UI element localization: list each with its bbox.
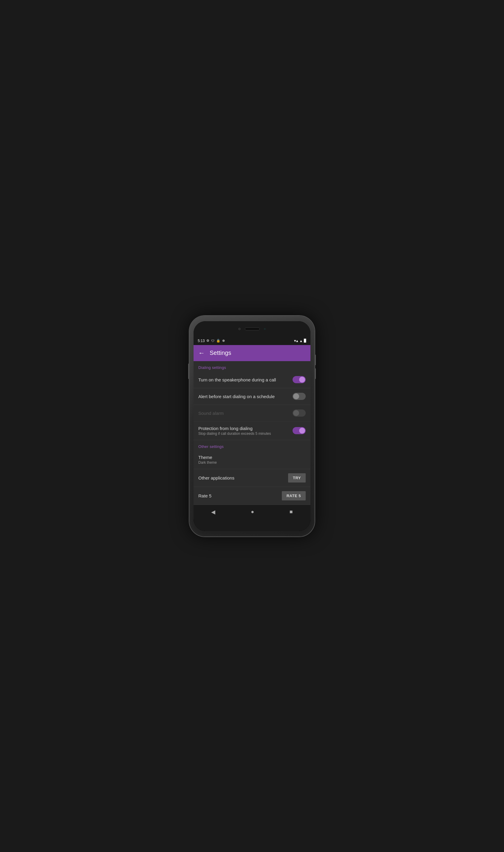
sound-alarm-toggle xyxy=(292,410,306,417)
phone-screen: 5:13 ⚙ 🛡 🔒 ⊕ ▾▴ ▲ ▉ ← Settings Dialing s… xyxy=(194,321,310,531)
other-apps-row: Other applications TRY xyxy=(194,469,310,487)
volume-up-button[interactable] xyxy=(314,355,316,365)
alert-dialing-toggle[interactable] xyxy=(292,393,306,400)
theme-title: Theme xyxy=(198,455,306,460)
home-nav-button[interactable]: ● xyxy=(245,506,260,518)
wifi-icon: ▾▴ xyxy=(294,339,298,343)
other-apps-title: Other applications xyxy=(198,475,288,481)
app-bar: ← Settings xyxy=(194,345,310,361)
protection-subtitle: Stop dialing if call duration exceeds 5 … xyxy=(198,432,292,436)
rate5-row: Rate 5 RATE 5 xyxy=(194,487,310,505)
back-button[interactable]: ← xyxy=(198,349,205,357)
other-settings-header: Other settings xyxy=(194,440,310,451)
signal-icon: ▲ xyxy=(300,339,303,343)
status-time: 5:13 xyxy=(198,339,204,343)
bottom-nav: ◀ ● ■ xyxy=(194,505,310,519)
try-button[interactable]: TRY xyxy=(288,473,306,483)
speakerphone-toggle[interactable] xyxy=(292,376,306,383)
sound-alarm-title: Sound alarm xyxy=(198,411,292,416)
top-bezel xyxy=(194,321,310,337)
power-button[interactable] xyxy=(188,364,190,379)
alert-dialing-title: Alert before start dialing on a schedule xyxy=(198,394,292,399)
lock-icon: 🔒 xyxy=(216,339,220,343)
shield-icon: 🛡 xyxy=(211,339,214,343)
alert-dialing-row: Alert before start dialing on a schedule xyxy=(194,388,310,405)
at-icon: ⊕ xyxy=(222,339,225,343)
sensor xyxy=(264,328,266,330)
settings-content: Dialing settings Turn on the speakerphon… xyxy=(194,361,310,505)
recents-nav-button[interactable]: ■ xyxy=(284,506,299,518)
theme-subtitle: Dark theme xyxy=(198,460,306,465)
protection-toggle[interactable] xyxy=(292,427,306,434)
rate5-button[interactable]: RATE 5 xyxy=(282,491,306,501)
front-camera xyxy=(238,328,241,330)
phone-device: 5:13 ⚙ 🛡 🔒 ⊕ ▾▴ ▲ ▉ ← Settings Dialing s… xyxy=(190,316,314,537)
sound-alarm-row: Sound alarm xyxy=(194,405,310,422)
theme-row[interactable]: Theme Dark theme xyxy=(194,451,310,469)
dialing-settings-header: Dialing settings xyxy=(194,361,310,371)
page-title: Settings xyxy=(210,349,231,356)
gear-icon: ⚙ xyxy=(206,339,209,343)
volume-down-button[interactable] xyxy=(314,368,316,379)
back-nav-button[interactable]: ◀ xyxy=(205,506,221,518)
speakerphone-row: Turn on the speakerphone during a call xyxy=(194,371,310,388)
bottom-bezel xyxy=(194,519,310,531)
protection-row: Protection from long dialing Stop dialin… xyxy=(194,422,310,440)
battery-icon: ▉ xyxy=(304,339,306,343)
speaker-grill xyxy=(245,327,260,330)
rate5-title: Rate 5 xyxy=(198,493,282,498)
speakerphone-title: Turn on the speakerphone during a call xyxy=(198,377,292,382)
protection-title: Protection from long dialing xyxy=(198,426,292,431)
status-bar: 5:13 ⚙ 🛡 🔒 ⊕ ▾▴ ▲ ▉ xyxy=(194,337,310,345)
